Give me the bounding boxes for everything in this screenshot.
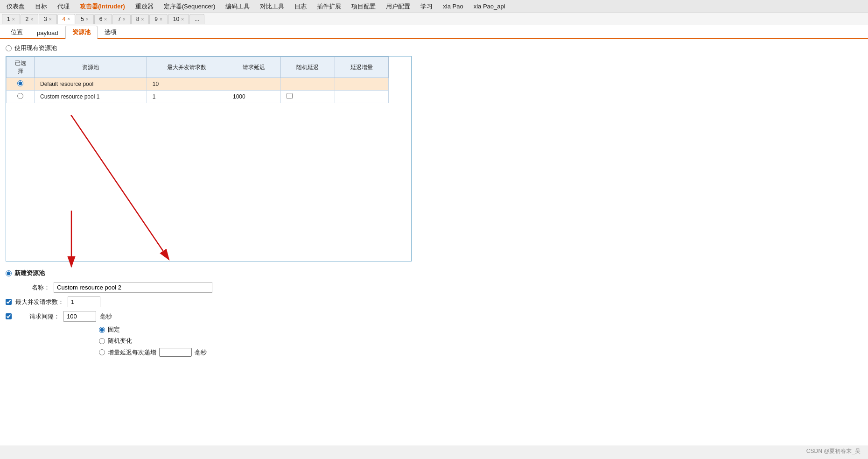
random-radio-row: 随机变化 [99, 337, 862, 345]
close-tab-4[interactable]: × [67, 16, 70, 21]
random-radio[interactable] [99, 338, 105, 344]
menu-encoder[interactable]: 编码工具 [221, 0, 254, 13]
row1-radio[interactable] [17, 80, 23, 86]
menubar: 仪表盘 目标 代理 攻击器(Intruder) 重放器 定序器(Sequence… [0, 0, 868, 13]
tab-1[interactable]: 1× [2, 14, 20, 24]
tab-2[interactable]: 2× [21, 14, 39, 24]
random-label: 随机变化 [108, 337, 132, 345]
row1-delay-increment [335, 78, 388, 91]
new-pool-radio[interactable] [6, 270, 12, 276]
close-tab-10[interactable]: × [181, 17, 184, 22]
row2-max-concurrent: 1 [147, 91, 227, 103]
tab-5[interactable]: 5× [76, 14, 94, 24]
col-delay-increment: 延迟增量 [335, 57, 388, 78]
row2-delay-increment [335, 91, 388, 103]
row1-max-concurrent: 10 [147, 78, 227, 91]
row1-request-delay [227, 78, 280, 91]
close-tab-8[interactable]: × [141, 17, 144, 22]
max-concurrent-checkbox[interactable] [6, 299, 12, 305]
increment-label: 增量延迟每次递增 [108, 348, 156, 357]
tab-9[interactable]: 9× [149, 14, 168, 24]
table-wrapper: 已选择 资源池 最大并发请求数 请求延迟 随机延迟 延迟增量 Default r… [6, 56, 412, 261]
increment-radio[interactable] [99, 349, 105, 355]
col-max-concurrent: 最大并发请求数 [147, 57, 227, 78]
menu-extensions[interactable]: 插件扩展 [312, 0, 346, 13]
new-pool-section: 新建资源池 名称： 最大并发请求数： 请求间隔： 毫秒 固定 随机变化 [6, 269, 862, 357]
request-interval-checkbox[interactable] [6, 313, 12, 319]
col-request-delay: 请求延迟 [227, 57, 280, 78]
main-content: 使用现有资源池 已选择 资源池 最大并发请求数 请求延迟 随机延迟 延迟增量 D… [0, 39, 868, 445]
use-existing-label: 使用现有资源池 [14, 44, 57, 52]
use-existing-radio[interactable] [6, 45, 12, 51]
menu-target[interactable]: 目标 [30, 0, 52, 13]
max-concurrent-row: 最大并发请求数： [6, 297, 862, 307]
menu-log[interactable]: 日志 [290, 0, 311, 13]
new-pool-label: 新建资源池 [14, 269, 45, 277]
name-label: 名称： [6, 283, 50, 292]
row2-radio[interactable] [17, 93, 23, 99]
menu-compare[interactable]: 对比工具 [255, 0, 289, 13]
use-existing-row: 使用现有资源池 [6, 44, 862, 52]
increment-radio-row: 增量延迟每次递增 毫秒 [99, 348, 862, 357]
tab-bar: 1× 2× 3× 4× 5× 6× 7× 8× 9× 10× ... [0, 13, 868, 25]
menu-project-config[interactable]: 项目配置 [347, 0, 380, 13]
menu-xia-pao[interactable]: xia Pao [438, 1, 468, 12]
close-tab-9[interactable]: × [160, 17, 162, 22]
subtab-position[interactable]: 位置 [4, 26, 30, 38]
row2-name: Custom resource pool 1 [35, 91, 147, 103]
increment-input[interactable] [159, 348, 192, 357]
row1-selected[interactable] [7, 78, 35, 91]
name-input[interactable] [54, 282, 212, 293]
close-tab-1[interactable]: × [12, 17, 15, 22]
max-concurrent-label: 最大并发请求数： [15, 298, 64, 306]
menu-dashboard[interactable]: 仪表盘 [2, 0, 29, 13]
menu-xia-pao-api[interactable]: xia Pao_api [469, 1, 510, 12]
row2-request-delay: 1000 [227, 91, 280, 103]
subtab-payload[interactable]: payload [30, 27, 65, 38]
subtab-resource-pool[interactable]: 资源池 [65, 26, 98, 39]
row1-random-delay [281, 78, 335, 91]
increment-unit: 毫秒 [195, 348, 207, 357]
close-tab-7[interactable]: × [123, 17, 126, 22]
millisecond-unit: 毫秒 [100, 312, 112, 321]
request-interval-label: 请求间隔： [15, 312, 60, 321]
menu-sequencer[interactable]: 定序器(Sequencer) [159, 0, 220, 13]
subtab-options[interactable]: 选项 [98, 26, 124, 38]
close-tab-2[interactable]: × [30, 17, 33, 22]
pool-table: 已选择 资源池 最大并发请求数 请求延迟 随机延迟 延迟增量 Default r… [6, 56, 389, 103]
menu-repeater[interactable]: 重放器 [131, 0, 158, 13]
close-tab-6[interactable]: × [104, 17, 107, 22]
fixed-radio[interactable] [99, 327, 105, 333]
fixed-label: 固定 [108, 325, 120, 334]
request-interval-input[interactable] [63, 311, 96, 322]
col-selected: 已选择 [7, 57, 35, 78]
tab-3[interactable]: 3× [39, 14, 57, 24]
fixed-radio-row: 固定 [99, 325, 862, 334]
tab-10[interactable]: 10× [168, 14, 189, 24]
col-pool-name: 资源池 [35, 57, 147, 78]
subtab-bar: 位置 payload 资源池 选项 [0, 25, 868, 39]
name-row: 名称： [6, 282, 862, 293]
menu-intruder[interactable]: 攻击器(Intruder) [75, 0, 130, 13]
tab-more[interactable]: ... [189, 14, 204, 24]
close-tab-3[interactable]: × [49, 17, 52, 22]
menu-proxy[interactable]: 代理 [53, 0, 74, 13]
table-row[interactable]: Custom resource pool 1 1 1000 [7, 91, 389, 103]
new-pool-radio-row: 新建资源池 [6, 269, 862, 277]
tab-8[interactable]: 8× [131, 14, 149, 24]
tab-7[interactable]: 7× [112, 14, 131, 24]
col-random-delay: 随机延迟 [281, 57, 335, 78]
tab-6[interactable]: 6× [94, 14, 112, 24]
tab-4[interactable]: 4× [57, 14, 76, 24]
row2-random-checkbox[interactable] [287, 93, 293, 99]
menu-user-config[interactable]: 用户配置 [381, 0, 415, 13]
close-tab-5[interactable]: × [86, 17, 89, 22]
row2-selected[interactable] [7, 91, 35, 103]
table-row[interactable]: Default resource pool 10 [7, 78, 389, 91]
row2-random-delay[interactable] [281, 91, 335, 103]
max-concurrent-input[interactable] [68, 297, 100, 307]
row1-name: Default resource pool [35, 78, 147, 91]
request-interval-row: 请求间隔： 毫秒 [6, 311, 862, 322]
menu-learn[interactable]: 学习 [416, 0, 437, 13]
